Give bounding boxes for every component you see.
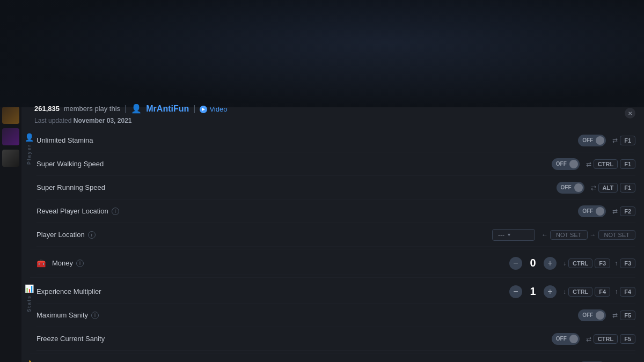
toggle-thumb-freeze-current-sanity	[569, 335, 578, 343]
player-sidebar: 👤 Player	[21, 129, 32, 247]
cheat-row-money: 🧰 Money i − 0 + ↓ CTRL F3 ↑ F3	[36, 252, 635, 275]
last-updated-date: November 03, 2021	[74, 117, 132, 124]
game-background	[21, 21, 644, 107]
members-count: 261,835 members play this	[34, 105, 120, 113]
cheat-name-money: 🧰 Money i	[36, 259, 503, 268]
keybind-not-set-left[interactable]: NOT SET	[550, 230, 587, 240]
player-location-value: ---	[498, 231, 504, 239]
keybind-player-location: ← NOT SET → NOT SET	[541, 230, 635, 240]
divider-2: |	[193, 104, 195, 114]
info-stats-row: ✕ 261,835 members play this | 👤 MrAntiFu…	[21, 99, 644, 116]
keybind-not-set-right[interactable]: NOT SET	[598, 230, 635, 240]
player-cheats-list: Unlimited Stamina OFF ⇄ F1 Super Walking…	[32, 129, 635, 247]
cheat-name-reveal-player-location: Reveal Player Location i	[36, 207, 572, 215]
cheat-name-experience-multiplier: Experience Multiplier	[36, 287, 503, 295]
toggle-super-running-speed[interactable]: OFF	[557, 182, 584, 194]
cheat-row-experience-multiplier: Experience Multiplier − 1 + ↓ CTRL F4 ↑ …	[36, 280, 635, 304]
cheat-name-super-walking-speed: Super Walking Speed	[36, 160, 545, 168]
cheat-row-freeze-current-sanity: Freeze Current Sanity OFF ⇄ CTRL F5	[36, 327, 635, 351]
dropdown-arrow-icon: ▾	[508, 232, 510, 238]
divider-player-money	[30, 249, 635, 249]
player-section-group: 👤 Player Unlimited Stamina OFF	[21, 129, 644, 247]
toggle-label-reveal-player-location: OFF	[579, 208, 596, 214]
cheat-name-player-location: Player Location i	[36, 231, 486, 239]
weapons-sidebar: 👍 Weapons	[21, 356, 32, 362]
info-icon-money[interactable]: i	[76, 260, 84, 267]
members-count-value: 261,835	[34, 105, 60, 113]
left-panel: Games › Phasmophobia ☆ ⊙ Steam Install g…	[21, 21, 644, 362]
cheat-row-super-running-speed: Super Running Speed OFF ⇄ ALT F1	[36, 176, 635, 200]
game-thumbnail-5[interactable]	[2, 128, 19, 145]
toggle-thumb-maximum-sanity	[596, 311, 604, 320]
info-icon-player-location[interactable]: i	[88, 231, 96, 239]
money-decrease-button[interactable]: −	[509, 257, 522, 270]
toggle-super-walking-speed[interactable]: OFF	[552, 158, 580, 170]
toggle-thumb-unlimited-stamina	[596, 136, 604, 145]
toggle-label-freeze-current-sanity: OFF	[553, 336, 570, 342]
cheat-row-unlimited-stamina: Unlimited Stamina OFF ⇄ F1	[36, 129, 635, 152]
weapons-section-group: 👍 Weapons Unlimited Pictures OFF ⇄	[21, 356, 644, 362]
experience-value: 1	[528, 285, 538, 298]
keybind-reveal-player-location: ⇄ F2	[612, 206, 635, 216]
video-label: Video	[209, 105, 227, 113]
toggle-reveal-player-location[interactable]: OFF	[578, 205, 606, 217]
cheat-name-maximum-sanity: Maximum Sanity i	[36, 311, 572, 319]
cheat-name-unlimited-stamina: Unlimited Stamina	[36, 136, 572, 144]
experience-increase-button[interactable]: +	[544, 285, 557, 298]
cheat-row-maximum-sanity: Maximum Sanity i OFF ⇄ F5	[36, 304, 635, 327]
money-value: 0	[528, 257, 538, 269]
toggle-thumb-super-walking-speed	[569, 160, 578, 168]
toggle-unlimited-stamina[interactable]: OFF	[578, 135, 606, 146]
game-bg-overlay	[21, 21, 644, 107]
cheat-name-super-running-speed: Super Running Speed	[36, 183, 550, 191]
keybind-freeze-current-sanity: ⇄ CTRL F5	[586, 334, 635, 344]
cheat-row-player-location: Player Location i --- ▾ ← NOT SET	[36, 223, 635, 247]
keybind-maximum-sanity: ⇄ F5	[612, 311, 635, 320]
creator-name[interactable]: MrAntiFun	[146, 104, 189, 114]
keybind-super-walking-speed: ⇄ CTRL F1	[586, 159, 635, 169]
keybind-super-running-speed: ⇄ ALT F1	[591, 183, 635, 193]
person-icon: 👤	[131, 104, 142, 114]
keybind-arrow-unlimited-stamina: ⇄	[612, 137, 618, 144]
toggle-thumb-reveal-player-location	[596, 207, 604, 216]
keybind-money: ↓ CTRL F3 ↑ F3	[563, 258, 635, 268]
video-link[interactable]: ▶ Video	[200, 105, 227, 113]
game-thumbnail-4[interactable]	[2, 107, 19, 124]
toggle-freeze-current-sanity[interactable]: OFF	[552, 333, 580, 345]
keybind-f1-unlimited-stamina[interactable]: F1	[620, 136, 635, 145]
toggle-label-maximum-sanity: OFF	[579, 312, 596, 318]
cheat-row-reveal-player-location: Reveal Player Location i OFF ⇄ F2	[36, 200, 635, 223]
members-suffix: members play this	[64, 105, 120, 113]
money-number-control: − 0 +	[509, 257, 557, 270]
toggle-maximum-sanity[interactable]: OFF	[578, 309, 606, 321]
divider-stats-weapons	[30, 353, 635, 353]
stats-cheats-list: Experience Multiplier − 1 + ↓ CTRL F4 ↑ …	[32, 280, 635, 351]
keybind-experience: ↓ CTRL F4 ↑ F4	[563, 287, 635, 297]
stats-sidebar: 📊 Stats	[21, 280, 32, 351]
keybind-unlimited-stamina: ⇄ F1	[612, 136, 635, 145]
money-section: 🧰 Money i − 0 + ↓ CTRL F3 ↑ F3	[21, 252, 644, 275]
toggle-label-super-walking-speed: OFF	[553, 161, 570, 167]
player-location-dropdown[interactable]: --- ▾	[492, 229, 535, 241]
divider-1: |	[125, 104, 127, 114]
play-icon: ▶	[200, 106, 207, 113]
main-content: wemod Home Games Queue V VGT GO PRO Supp…	[21, 0, 644, 362]
cheat-name-freeze-current-sanity: Freeze Current Sanity	[36, 335, 545, 343]
last-updated-label: Last updated	[34, 117, 71, 124]
info-icon-reveal-player-location[interactable]: i	[112, 208, 119, 215]
toggle-label-unlimited-stamina: OFF	[579, 137, 596, 143]
info-icon-maximum-sanity[interactable]: i	[91, 312, 99, 319]
experience-decrease-button[interactable]: −	[509, 285, 522, 298]
cheat-row-super-walking-speed: Super Walking Speed OFF ⇄ CTRL F1	[36, 152, 635, 176]
cheat-row-unlimited-pictures: Unlimited Pictures OFF ⇄ F6	[36, 356, 635, 362]
game-thumbnail-6[interactable]	[2, 150, 19, 167]
experience-number-control: − 1 +	[509, 285, 557, 298]
weapons-cheats-list: Unlimited Pictures OFF ⇄ F6 Un	[32, 356, 635, 362]
money-increase-button[interactable]: +	[544, 257, 557, 270]
stats-section-group: 📊 Stats Experience Multiplier − 1 +	[21, 280, 644, 351]
main-layout: Games › Phasmophobia ☆ ⊙ Steam Install g…	[21, 21, 644, 362]
divider-money-stats	[30, 277, 635, 278]
money-icon: 🧰	[36, 259, 46, 268]
close-info-button[interactable]: ✕	[625, 108, 635, 119]
player-section-label: Player	[26, 144, 32, 165]
